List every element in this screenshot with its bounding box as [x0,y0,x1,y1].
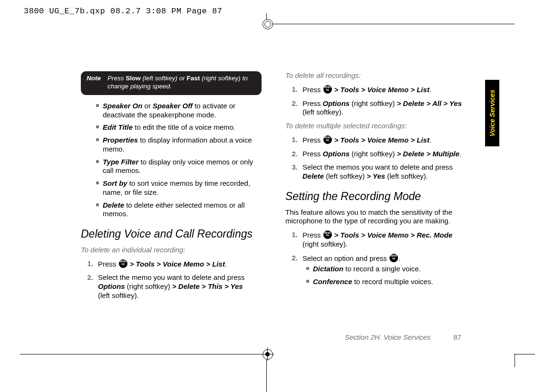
list-item: Dictation to record a single voice. [306,265,466,274]
list-item: Sort by to sort voice memos by time reco… [96,179,262,197]
step: 3. Select the memos you want to delete a… [285,163,466,181]
side-tab-label: Voice Services [488,90,496,136]
step: 2. Select an option and press . Dictatio… [285,254,466,290]
step: 2. Press Options (right softkey) > Delet… [285,99,466,117]
list-item: Speaker On or Speaker Off to activate or… [96,102,262,120]
note-text: Press Slow (left softkey) or Fast (right… [107,75,256,91]
note-label: Note [87,75,101,83]
menu-ok-icon [323,85,332,94]
page-footer: Section 2H. Voice Services 87 [281,333,461,341]
step: 2. Select the memo you want to delete an… [81,273,262,300]
menu-ok-icon [119,259,127,268]
menu-ok-icon [389,254,398,262]
heading-recording-mode: Setting the Recording Mode [285,190,466,203]
menu-ok-icon [323,135,332,144]
steps-recmode: 1. Press > Tools > Voice Memo > Rec. Mod… [285,230,466,290]
step: 1. Press > Tools > Voice Memo > Rec. Mod… [285,230,466,249]
page-number: 87 [453,333,461,341]
side-tab: Voice Services [485,80,499,146]
footer-section: Section 2H. Voice Services [345,333,430,341]
lead-individual: To delete an individual recording: [81,246,262,255]
menu-ok-icon [323,230,332,239]
page-content: Note Press Slow (left softkey) or Fast (… [81,71,461,337]
lead-multiple: To delete multiple selected recordings: [285,122,466,131]
left-column: Note Press Slow (left softkey) or Fast (… [81,71,262,305]
list-item: Delete to delete either selected memos o… [96,201,262,219]
list-item: Type Filter to display only voice memos … [96,158,262,176]
list-item: Properties to display information about … [96,136,262,154]
steps-all: 1. Press > Tools > Voice Memo > List. 2.… [285,85,466,117]
right-column: To delete all recordings: 1. Press > Too… [285,71,466,295]
options-list: Speaker On or Speaker Off to activate or… [96,102,262,219]
list-item: Conference to record multiple voices. [306,277,466,287]
crop-marks-bottom [0,354,535,392]
lead-all: To delete all recordings: [285,71,466,80]
note-box: Note Press Slow (left softkey) or Fast (… [81,71,262,95]
step: 1. Press > Tools > Voice Memo > List. [285,85,466,95]
step: 1. Press > Tools > Voice Memo > List. [81,259,262,269]
steps-individual: 1. Press > Tools > Voice Memo > List. 2.… [81,259,262,300]
step: 1. Press > Tools > Voice Memo > List. [285,135,466,145]
recording-mode-para: This feature allows you to match the sen… [285,208,466,226]
list-item: Edit Title to edit the title of a voice … [96,123,262,132]
steps-multiple: 1. Press > Tools > Voice Memo > List. 2.… [285,135,466,181]
recmode-options: Dictation to record a single voice. Conf… [306,265,466,287]
print-header: 3800 UG_E_7b.qxp 08.2.7 3:08 PM Page 87 [24,7,222,16]
step: 2. Press Options (right softkey) > Delet… [285,150,466,159]
heading-deleting: Deleting Voice and Call Recordings [81,227,262,241]
